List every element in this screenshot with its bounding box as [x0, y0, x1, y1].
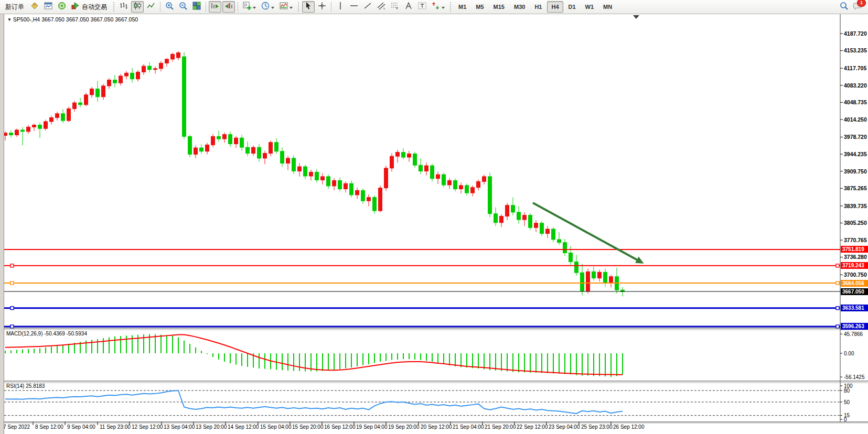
chat-button[interactable]: 1	[851, 1, 864, 13]
line-handle[interactable]	[10, 281, 14, 285]
toolbar-drag-handle[interactable]	[113, 2, 115, 12]
svg-text:4048.735: 4048.735	[844, 99, 867, 105]
timeframe-h1-button[interactable]: H1	[530, 1, 546, 13]
new-chart-button[interactable]	[241, 1, 258, 13]
equidistant-channel-button[interactable]	[375, 1, 388, 13]
price-line-badge: 3751.819	[841, 246, 868, 253]
timeframe-label: M1	[456, 2, 469, 12]
trendline-icon	[363, 1, 372, 13]
svg-text:4153.235: 4153.235	[844, 47, 867, 53]
crosshair-icon	[317, 1, 327, 13]
svg-text:3736.280: 3736.280	[844, 254, 867, 260]
svg-text:9 Sep 04:00: 9 Sep 04:00	[67, 424, 95, 430]
market-watch-button[interactable]	[42, 1, 55, 13]
timeframe-mn-button[interactable]: MN	[599, 1, 616, 13]
timeframe-w1-button[interactable]: W1	[581, 1, 598, 13]
line-handle[interactable]	[10, 325, 14, 328]
toolbar-separator	[206, 2, 206, 12]
timeframe-label: MN	[601, 2, 615, 12]
chart-title: ▼ SP500-,H4 3667.050 3667.050 3667.050 3…	[7, 16, 138, 23]
price-tag-button[interactable]	[28, 1, 41, 13]
text-label-icon	[417, 1, 427, 13]
auto-trading-label: 自动交易	[80, 3, 109, 12]
rsi-name: RSI(14)	[6, 383, 24, 389]
chart-canvas[interactable]: 4187.7204153.2354117.7054083.2204048.735…	[0, 0, 868, 434]
timeframe-label: D1	[566, 2, 578, 12]
line-handle[interactable]	[10, 307, 14, 310]
crosshair-button[interactable]	[316, 1, 328, 13]
horizontal-lines-layer	[4, 249, 840, 328]
new-order-button[interactable]: 新订单	[2, 1, 27, 13]
svg-text:-56.1425: -56.1425	[844, 374, 865, 380]
candlestick-chart-button[interactable]	[131, 1, 144, 13]
search-button[interactable]	[838, 1, 850, 13]
signal-button[interactable]	[56, 1, 68, 13]
price-line-badge: 3684.056	[841, 280, 868, 287]
chart-shift-marker[interactable]	[633, 15, 639, 19]
svg-text:25 Sep 23:00: 25 Sep 23:00	[581, 424, 613, 430]
toolbar-drag-handle[interactable]	[449, 2, 452, 12]
svg-text:16 Sep 12:00: 16 Sep 12:00	[324, 424, 356, 430]
text-button[interactable]	[402, 1, 415, 13]
svg-text:26 Sep 12:00: 26 Sep 12:00	[613, 424, 645, 430]
tile-windows-button[interactable]	[190, 1, 203, 13]
svg-text:13 Sep 04:00: 13 Sep 04:00	[164, 424, 195, 430]
timeframe-m5-button[interactable]: M5	[471, 1, 488, 13]
vertical-line-icon	[336, 1, 345, 13]
svg-text:13 Sep 20:00: 13 Sep 20:00	[196, 424, 227, 430]
rsi-indicator-label: RSI(14) 25.8183	[6, 383, 45, 389]
timeframe-h4-button[interactable]: H4	[547, 1, 563, 13]
vertical-line-button[interactable]	[334, 1, 347, 13]
svg-text:3978.720: 3978.720	[844, 134, 867, 140]
new-order-label: 新订单	[4, 3, 26, 12]
line-handle[interactable]	[836, 325, 839, 328]
price-line-badge: 3633.581	[841, 305, 868, 311]
timeframe-label: H1	[532, 2, 544, 12]
svg-text:15 Sep 04:00: 15 Sep 04:00	[260, 424, 292, 430]
svg-text:4187.720: 4187.720	[844, 30, 867, 37]
bar-chart-button[interactable]	[117, 1, 130, 13]
zoom-in-button[interactable]	[163, 1, 176, 13]
svg-text:11 Sep 23:00: 11 Sep 23:00	[100, 424, 131, 430]
indicators-button[interactable]	[277, 1, 295, 13]
toolbar-drag-handle[interactable]	[297, 2, 299, 12]
svg-text:50: 50	[844, 399, 850, 405]
zoom-in-icon	[165, 1, 174, 13]
window-splitter[interactable]	[0, 14, 4, 434]
search-icon	[839, 1, 849, 13]
chart-shift-button[interactable]	[222, 1, 235, 13]
zoom-out-button[interactable]	[177, 1, 189, 13]
line-handle[interactable]	[836, 264, 839, 267]
rsi-values: 25.8183	[26, 383, 45, 389]
svg-text:4014.250: 4014.250	[844, 116, 867, 123]
macd-indicator-label: MACD(12,26,9) -50.4369 -50.5934	[6, 331, 87, 337]
toolbar-separator	[160, 2, 160, 12]
arrows-button[interactable]	[430, 1, 447, 13]
text-label-button[interactable]	[416, 1, 428, 13]
trendline-button[interactable]	[361, 1, 374, 13]
line-handle[interactable]	[836, 307, 839, 310]
tile-windows-icon	[192, 1, 201, 13]
line-handle[interactable]	[836, 281, 839, 285]
chart-shift-icon	[224, 1, 233, 13]
horizontal-line-button[interactable]	[348, 1, 360, 13]
timeframe-m1-button[interactable]: M1	[454, 1, 470, 13]
collapse-arrow-icon[interactable]: ▼	[7, 17, 12, 22]
timeframe-d1-button[interactable]: D1	[564, 1, 580, 13]
text-icon	[404, 1, 413, 13]
auto-trading-button[interactable]: 自动交易	[69, 1, 110, 13]
cursor-button[interactable]	[302, 1, 315, 13]
timeframe-m15-button[interactable]: M15	[489, 1, 509, 13]
period-button[interactable]	[259, 1, 276, 13]
toolbar-separator	[238, 2, 238, 12]
line-handle[interactable]	[10, 264, 14, 267]
fibonacci-button[interactable]	[389, 1, 401, 13]
svg-text:21 Sep 20:00: 21 Sep 20:00	[485, 424, 516, 430]
svg-text:3770.765: 3770.765	[844, 237, 867, 243]
line-chart-button[interactable]	[145, 1, 157, 13]
cursor-icon	[304, 1, 313, 13]
svg-text:3839.735: 3839.735	[844, 203, 867, 209]
auto-scroll-button[interactable]	[209, 1, 221, 13]
timeframe-m30-button[interactable]: M30	[510, 1, 529, 13]
equidistant-channel-icon	[377, 1, 386, 13]
